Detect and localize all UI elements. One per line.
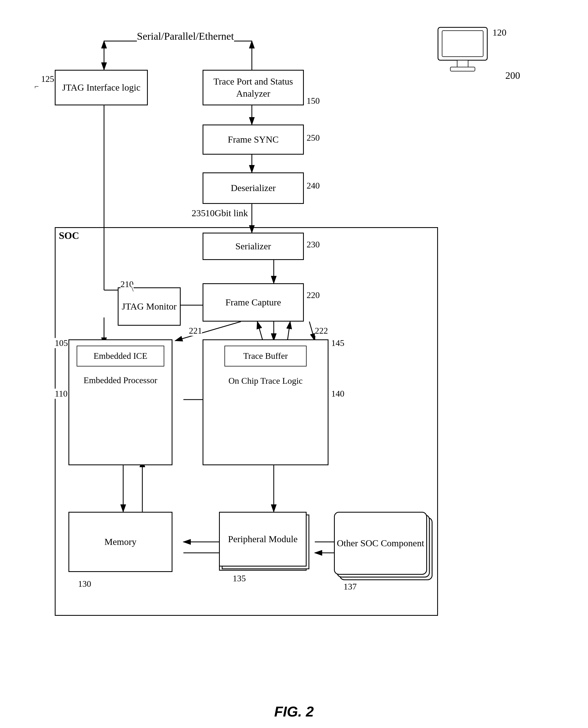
ref-200: 200 xyxy=(505,70,520,81)
soc-label: SOC xyxy=(59,230,79,241)
embedded-processor-box: Embedded ICE Embedded Processor xyxy=(68,339,172,465)
ref-125-arrow: ⌐ xyxy=(35,82,39,91)
figure-label: FIG. 2 xyxy=(274,703,314,720)
ref-235: 235 xyxy=(192,208,206,218)
on-chip-trace-logic-label: On Chip Trace Logic xyxy=(228,375,302,387)
ref-220: 220 xyxy=(307,290,320,300)
ref-135: 135 xyxy=(233,573,246,583)
jtag-interface-box: JTAG Interface logic xyxy=(55,70,148,105)
ref-120: 120 xyxy=(492,27,506,38)
ref-230: 230 xyxy=(307,239,320,250)
trace-port-analyzer-box: Trace Port and Status Analyzer xyxy=(203,70,304,105)
frame-sync-box: Frame SYNC xyxy=(203,125,304,155)
svg-rect-29 xyxy=(457,60,468,67)
ref-145: 145 xyxy=(331,338,344,348)
ref-140: 140 xyxy=(331,389,344,399)
peripheral-module-box: Peripheral Module xyxy=(219,512,307,566)
ref-130: 130 xyxy=(78,579,91,589)
memory-box: Memory xyxy=(68,512,172,572)
ref-221: 221 xyxy=(189,326,202,336)
jtag-monitor-box: JTAG Monitor xyxy=(118,287,181,326)
frame-capture-box: Frame Capture xyxy=(203,283,304,322)
ref-105: 105 xyxy=(55,338,68,348)
link-10gbit-label: 10Gbit link xyxy=(205,208,248,218)
ref-240: 240 xyxy=(307,180,320,191)
ref-222: 222 xyxy=(315,326,328,336)
trace-buffer-inner-box: Trace Buffer xyxy=(225,346,307,366)
ref-150: 150 xyxy=(307,96,320,106)
ref-250: 250 xyxy=(307,133,320,143)
svg-rect-30 xyxy=(450,67,475,71)
ref-210-arrow: \ xyxy=(131,285,133,293)
on-chip-trace-logic-box: Trace Buffer On Chip Trace Logic xyxy=(203,339,329,465)
computer-monitor xyxy=(433,25,493,74)
embedded-processor-label: Embedded Processor xyxy=(83,375,157,386)
ref-137: 137 xyxy=(343,582,357,592)
svg-rect-28 xyxy=(442,31,483,57)
other-soc-box: Other SOC Component xyxy=(334,512,427,575)
serializer-box: Serializer xyxy=(203,233,304,260)
embedded-ice-inner-box: Embedded ICE xyxy=(77,346,164,366)
ref-110: 110 xyxy=(55,389,68,399)
deserializer-box: Deserializer xyxy=(203,172,304,204)
ref-125: 125 xyxy=(41,74,54,84)
serial-parallel-ethernet-label: Serial/Parallel/Ethernet xyxy=(137,30,234,42)
